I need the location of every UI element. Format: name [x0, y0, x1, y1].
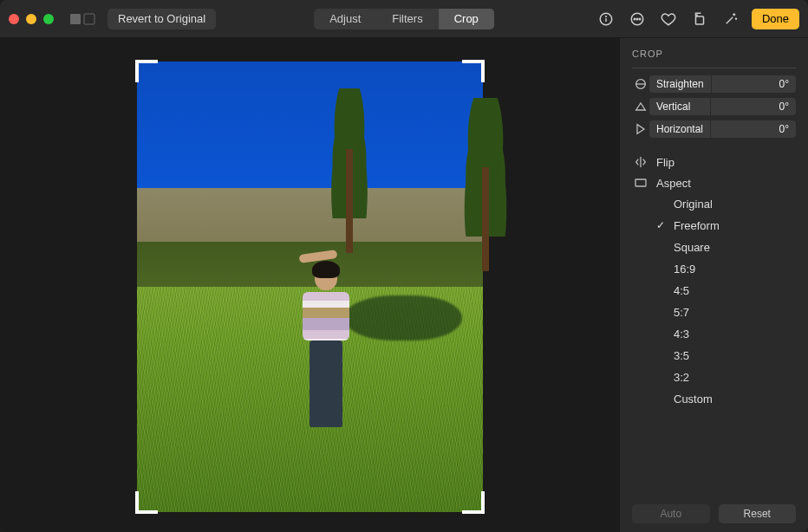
aspect-4-3[interactable]: 4:3 — [656, 323, 796, 345]
aspect-icon — [632, 176, 649, 190]
crop-handle-bl[interactable] — [135, 491, 158, 514]
minimize-icon[interactable] — [26, 14, 36, 24]
straighten-label: Straighten — [649, 75, 711, 93]
straighten-row[interactable]: Straighten 0° — [632, 75, 796, 93]
flip-icon — [632, 155, 649, 169]
svg-point-7 — [636, 18, 638, 20]
aspect-3-5[interactable]: 3:5 — [656, 345, 796, 367]
favorite-icon[interactable] — [658, 9, 679, 29]
aspect-square[interactable]: Square — [656, 237, 796, 258]
auto-enhance-icon[interactable] — [720, 9, 741, 29]
thumbnail-toggle[interactable] — [69, 13, 95, 25]
aspect-custom[interactable]: Custom — [656, 388, 796, 410]
editor-body: CROP Straighten 0° Vertical 0° — [0, 38, 808, 532]
aspect-3-2[interactable]: 3:2 — [656, 367, 796, 388]
aspect-5-7[interactable]: 5:7 — [656, 302, 796, 323]
vertical-row[interactable]: Vertical 0° — [632, 98, 796, 115]
fullscreen-icon[interactable] — [43, 14, 54, 24]
aspect-4-5[interactable]: 4:5 — [656, 280, 796, 302]
svg-rect-1 — [84, 14, 94, 24]
svg-rect-9 — [695, 16, 703, 24]
vertical-value[interactable]: 0° — [710, 98, 796, 115]
toolbar-right: Done — [596, 9, 799, 29]
toolbar: Revert to Original Adjust Filters Crop D… — [0, 0, 808, 38]
aspect-list: Original ✓Freeform Square 16:9 4:5 5:7 4… — [656, 193, 796, 410]
canvas-area[interactable] — [0, 38, 619, 532]
done-button[interactable]: Done — [752, 9, 799, 29]
tab-crop[interactable]: Crop — [439, 9, 494, 29]
svg-point-8 — [639, 18, 641, 20]
vertical-icon — [632, 100, 649, 114]
photo-person — [296, 264, 356, 438]
flip-label: Flip — [656, 156, 674, 169]
crop-handle-tr[interactable] — [462, 60, 485, 82]
auto-button[interactable]: Auto — [632, 504, 710, 523]
vertical-label: Vertical — [649, 98, 710, 115]
panel-title: CROP — [632, 49, 796, 59]
window-controls — [9, 14, 54, 24]
svg-point-4 — [606, 16, 607, 16]
svg-rect-12 — [635, 179, 646, 186]
tab-adjust[interactable]: Adjust — [314, 9, 376, 29]
straighten-icon — [632, 77, 649, 91]
revert-button[interactable]: Revert to Original — [108, 9, 216, 29]
mode-segmented-control: Adjust Filters Crop — [314, 9, 494, 29]
rotate-icon[interactable] — [689, 9, 710, 29]
crop-frame[interactable] — [137, 62, 483, 512]
photo-pond — [344, 295, 462, 341]
horizontal-value[interactable]: 0° — [710, 120, 796, 138]
svg-point-6 — [634, 18, 635, 20]
divider — [632, 68, 796, 68]
crop-sidebar: CROP Straighten 0° Vertical 0° — [619, 38, 808, 532]
horizontal-label: Horizontal — [649, 120, 710, 138]
photos-edit-window: Revert to Original Adjust Filters Crop D… — [0, 0, 808, 532]
horizontal-icon — [632, 122, 649, 136]
aspect-row[interactable]: Aspect — [632, 172, 796, 193]
aspect-label: Aspect — [656, 177, 691, 190]
more-icon[interactable] — [627, 9, 648, 29]
aspect-16-9[interactable]: 16:9 — [656, 258, 796, 280]
flip-row[interactable]: Flip — [632, 152, 796, 172]
aspect-original[interactable]: Original — [656, 193, 796, 215]
info-icon[interactable] — [596, 9, 616, 29]
svg-rect-0 — [70, 14, 81, 24]
close-icon[interactable] — [9, 14, 19, 24]
crop-handle-tl[interactable] — [135, 60, 158, 82]
reset-button[interactable]: Reset — [719, 504, 797, 523]
straighten-value[interactable]: 0° — [711, 75, 796, 93]
sidebar-footer: Auto Reset — [632, 504, 796, 523]
aspect-freeform[interactable]: ✓Freeform — [656, 215, 796, 237]
tab-filters[interactable]: Filters — [376, 9, 438, 29]
crop-handle-br[interactable] — [462, 491, 485, 514]
horizontal-row[interactable]: Horizontal 0° — [632, 120, 796, 138]
check-icon: ✓ — [656, 219, 665, 231]
